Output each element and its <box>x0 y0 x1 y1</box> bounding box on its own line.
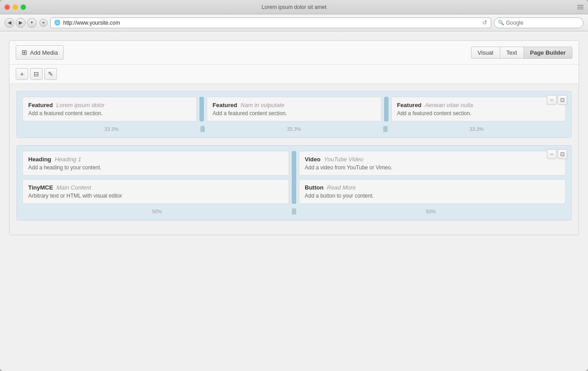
row2-width1: 50% <box>22 209 292 214</box>
heading-widget-header: Heading Heading 1 <box>28 156 283 163</box>
editor-second-bar: + ⊟ ✎ <box>9 65 579 84</box>
widget2-title: Featured <box>212 102 237 108</box>
row2-controls: − ⊡ <box>547 149 567 159</box>
row2-handle1[interactable] <box>292 208 296 215</box>
row1-handle2[interactable] <box>383 126 388 132</box>
pb-row-1: − ⊡ Featured Lorem ipsum dolor Add a f <box>17 91 571 138</box>
browser-titlebar: Lorem ipsum dolor sit amet <box>0 0 588 14</box>
address-bar[interactable]: 🌐 ↺ <box>50 17 491 28</box>
refresh-icon[interactable]: ↺ <box>482 19 487 26</box>
tab-visual[interactable]: Visual <box>471 47 500 59</box>
button-subtitle: Read More <box>327 184 356 191</box>
featured-widget-3[interactable]: Featured Aenean vitae nulla Add a featur… <box>391 97 566 121</box>
pb-row-2: − ⊡ Heading Heading 1 Add a heading to <box>17 145 571 220</box>
heading-subtitle: Heading 1 <box>55 156 81 163</box>
window-resize-icon <box>577 5 584 9</box>
widget3-header: Featured Aenean vitae nulla <box>397 102 560 108</box>
widget2-subtitle: Nam in vulputate <box>241 102 285 108</box>
edit-button[interactable]: ✎ <box>44 68 57 80</box>
browser-content: ⊞ Add Media Visual Text Page Builder + ⊟… <box>0 31 588 371</box>
row2-columns: Heading Heading 1 Add a heading to your … <box>22 151 566 204</box>
widget1-header: Featured Lorem ipsum dolor <box>28 102 191 108</box>
editor-mode-tabs: Visual Text Page Builder <box>471 47 573 59</box>
editor-container: ⊞ Add Media Visual Text Page Builder + ⊟… <box>9 40 579 235</box>
button-desc: Add a button to your content. <box>305 193 560 199</box>
heading-widget[interactable]: Heading Heading 1 Add a heading to your … <box>22 151 289 176</box>
nav-btn-group: ◀ ▶ ▼ <box>4 18 37 28</box>
button-widget[interactable]: Button Read More Add a button to your co… <box>299 179 566 204</box>
window-controls <box>4 4 26 10</box>
row1-width1: 33.3% <box>22 126 200 132</box>
row1-width2: 33.3% <box>205 126 383 132</box>
tinymce-desc: Arbitrary text or HTML with visual edito… <box>28 193 283 199</box>
tinymce-subtitle: Main Content <box>56 184 91 191</box>
button-widget-header: Button Read More <box>305 184 560 191</box>
widget2-header: Featured Nam in vulputate <box>212 102 375 108</box>
row1-col1: Featured Lorem ipsum dolor Add a feature… <box>22 97 199 121</box>
tinymce-widget-header: TinyMCE Main Content <box>28 184 283 191</box>
widget1-subtitle: Lorem ipsum dolor <box>56 102 105 108</box>
new-tab-button[interactable]: + <box>39 19 48 27</box>
columns-button[interactable]: ⊟ <box>30 68 43 80</box>
row2-col-sep[interactable] <box>292 151 296 204</box>
forward-button[interactable]: ▶ <box>16 18 26 28</box>
featured-widget-2[interactable]: Featured Nam in vulputate Add a featured… <box>207 97 381 121</box>
row1-widths: 33.3% 33.3% 33.3% <box>22 126 566 132</box>
row1-columns: Featured Lorem ipsum dolor Add a feature… <box>22 97 566 121</box>
widget3-title: Featured <box>397 102 422 108</box>
heading-title: Heading <box>28 156 51 163</box>
add-row-button[interactable]: + <box>16 68 28 80</box>
row2-settings-button[interactable]: ⊡ <box>558 149 567 159</box>
row2-col-left: Heading Heading 1 Add a heading to your … <box>22 151 292 204</box>
minimize-button[interactable] <box>13 4 18 10</box>
editor-top-bar: ⊞ Add Media Visual Text Page Builder <box>9 41 579 65</box>
row2-col-right: Video YouTube Video Add a video from You… <box>296 151 566 204</box>
url-input[interactable] <box>63 20 480 26</box>
search-icon: 🔍 <box>498 20 504 26</box>
heading-desc: Add a heading to your content. <box>28 164 283 171</box>
widget1-desc: Add a featured content section. <box>28 110 191 116</box>
dropdown-button[interactable]: ▼ <box>27 18 37 28</box>
row1-minus-button[interactable]: − <box>547 95 557 105</box>
widget3-desc: Add a featured content section. <box>397 110 560 116</box>
video-widget-header: Video YouTube Video <box>305 156 560 163</box>
video-widget[interactable]: Video YouTube Video Add a video from You… <box>299 151 566 176</box>
search-input[interactable] <box>506 20 579 26</box>
row1-col2: Featured Nam in vulputate Add a featured… <box>204 97 384 121</box>
page-builder-content: − ⊡ Featured Lorem ipsum dolor Add a f <box>9 84 579 235</box>
tab-page-builder[interactable]: Page Builder <box>524 47 572 59</box>
widget3-subtitle: Aenean vitae nulla <box>425 102 473 108</box>
close-button[interactable] <box>4 4 10 10</box>
video-title: Video <box>305 156 320 163</box>
back-button[interactable]: ◀ <box>4 18 14 28</box>
video-subtitle: YouTube Video <box>324 156 363 163</box>
tinymce-widget[interactable]: TinyMCE Main Content Arbitrary text or H… <box>22 179 289 204</box>
widget2-desc: Add a featured content section. <box>212 110 375 116</box>
row1-controls: − ⊡ <box>547 95 567 105</box>
row2-minus-button[interactable]: − <box>547 149 557 159</box>
add-media-label: Add Media <box>30 49 58 56</box>
media-icon: ⊞ <box>22 48 27 56</box>
col-sep-1[interactable] <box>199 97 204 121</box>
browser-window: Lorem ipsum dolor sit amet ◀ ▶ ▼ + 🌐 ↺ 🔍 <box>0 0 588 371</box>
row1-width3: 33.3% <box>388 126 566 132</box>
row1-handle1[interactable] <box>200 126 205 132</box>
row2-width2: 50% <box>296 209 566 214</box>
row1-settings-button[interactable]: ⊡ <box>558 95 567 105</box>
featured-widget-1[interactable]: Featured Lorem ipsum dolor Add a feature… <box>22 97 197 121</box>
globe-icon: 🌐 <box>54 20 61 26</box>
maximize-button[interactable] <box>21 4 26 10</box>
row1-col3: Featured Aenean vitae nulla Add a featur… <box>389 97 566 121</box>
widget1-title: Featured <box>28 102 53 108</box>
video-desc: Add a video from YouTube or Vimeo. <box>305 164 560 171</box>
search-bar[interactable]: 🔍 <box>494 17 584 28</box>
col-sep-2[interactable] <box>384 97 389 121</box>
button-title: Button <box>305 184 324 191</box>
tinymce-title: TinyMCE <box>28 184 53 191</box>
browser-toolbar: ◀ ▶ ▼ + 🌐 ↺ 🔍 <box>0 14 588 31</box>
tab-text[interactable]: Text <box>500 47 524 59</box>
add-media-button[interactable]: ⊞ Add Media <box>16 45 64 60</box>
row2-widths: 50% 50% <box>22 208 566 215</box>
browser-title: Lorem ipsum dolor sit amet <box>262 4 327 10</box>
